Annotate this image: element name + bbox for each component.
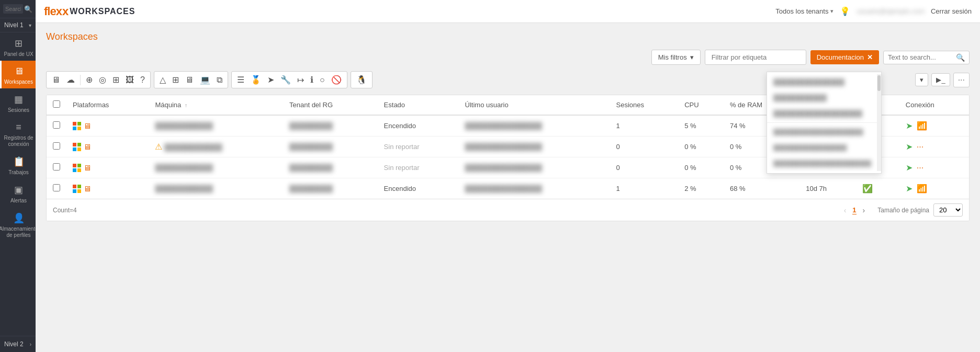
sidebar-item-panel-ux[interactable]: ⊞ Panel de UX (0, 32, 36, 61)
cell-cpu: 0 % (678, 137, 724, 157)
svg-rect-6 (73, 147, 76, 151)
dots-action-icon[interactable]: ··· (917, 163, 923, 173)
current-page[interactable]: 1 (852, 206, 856, 214)
check-circle-icon[interactable]: ✅ (862, 184, 873, 193)
cell-conexion: ➤ ··· (899, 157, 969, 178)
cerrar-sesion-button[interactable]: Cerrar sesión (931, 7, 972, 15)
sidebar-item-label: Almacenamiento de perfiles (0, 226, 36, 239)
remote-icon[interactable]: ⊕ (85, 74, 94, 86)
copy-icon[interactable]: ⧉ (216, 74, 223, 86)
ban-icon[interactable]: 🚫 (330, 74, 343, 86)
select-all-checkbox[interactable] (53, 100, 60, 108)
sidebar-item-alertas[interactable]: ▣ Alertas (0, 179, 36, 207)
image-icon[interactable]: 🖼 (125, 74, 135, 86)
arrow-action-icon[interactable]: ➤ (906, 163, 913, 173)
sidebar-item-label: Panel de UX (4, 51, 33, 58)
sort-up-icon: ↑ (185, 103, 187, 108)
documentacion-tag-close-icon[interactable]: ✕ (867, 53, 873, 61)
desktop-icon[interactable]: 🖥 (51, 74, 61, 86)
text-search-icon[interactable]: 🔍 (956, 53, 965, 62)
sidebar-item-label: Sesiones (8, 107, 29, 113)
monitor3-icon[interactable]: 💻 (199, 74, 211, 86)
target-icon[interactable]: ◎ (98, 74, 107, 86)
wifi-action-icon[interactable]: 📶 (917, 121, 927, 131)
terminal-btn[interactable]: ▶_ (931, 73, 950, 86)
cell-tenant: █████████ (283, 115, 378, 137)
panel-ux-icon: ⊞ (15, 38, 22, 49)
svg-rect-5 (77, 143, 81, 146)
content-area: Workspaces Mis filtros ▾ Documentacion ✕… (36, 23, 980, 352)
cell-usuario: ████████████████ (459, 115, 610, 137)
dropdown-btn-1[interactable]: ▾ (915, 73, 928, 86)
sidebar-nivel2[interactable]: Nivel 2 › (0, 336, 36, 352)
svg-rect-1 (77, 122, 81, 126)
sidebar-item-trabajos[interactable]: 📋 Trabajos (0, 151, 36, 179)
more-actions-button[interactable]: ··· (953, 73, 970, 87)
lightbulb-icon[interactable]: 💡 (840, 6, 850, 16)
tenant-selector[interactable]: Todos los tenants ▾ (775, 7, 833, 15)
arrow2-icon[interactable]: ↦ (296, 74, 305, 86)
arrow-action-icon[interactable]: ➤ (906, 121, 913, 131)
sidebar-item-label: Workspaces (4, 79, 33, 85)
prev-page-button[interactable]: ‹ (842, 205, 849, 215)
more-dots-icon: ··· (958, 75, 965, 85)
col-maquina[interactable]: Máquina ↑ (149, 95, 283, 115)
sidebar-item-workspaces[interactable]: 🖥 Workspaces (0, 61, 36, 88)
list-icon[interactable]: ☰ (236, 74, 245, 86)
grid-icon[interactable]: ⊞ (111, 74, 120, 86)
col-estado: Estado (378, 95, 459, 115)
sidebar-item-sesiones[interactable]: ▦ Sesiones (0, 88, 36, 117)
toolbar-separator-1 (80, 75, 81, 85)
arrow-action-icon[interactable]: ➤ (906, 184, 913, 194)
medal-icon[interactable]: 🏅 (250, 74, 262, 86)
windows-logo-icon[interactable]: ⊞ (171, 74, 180, 86)
svg-rect-9 (77, 164, 81, 167)
monitor2-icon[interactable]: 🖥 (184, 74, 195, 86)
row-checkbox[interactable] (53, 121, 60, 129)
dropdown-item-3[interactable]: ████████████████████ (767, 106, 881, 121)
next-page-button[interactable]: › (861, 205, 868, 215)
svg-rect-11 (77, 168, 81, 172)
col-cpu: CPU (678, 95, 724, 115)
dropdown-scrollbar-thumb (877, 75, 881, 91)
circle-check-icon[interactable]: ○ (319, 74, 326, 86)
text-search-input[interactable] (888, 53, 956, 61)
monitor-orange-icon: 🖥 (83, 184, 91, 193)
dropdown-item-2[interactable]: ████████████ (767, 90, 881, 106)
dropdown-item-5[interactable]: ██████████████████ (767, 140, 881, 155)
page-size-select[interactable]: 10 20 50 100 (933, 203, 963, 217)
row-checkbox[interactable] (53, 163, 60, 171)
arrow-icon[interactable]: ➤ (266, 74, 275, 86)
dropdown-item-1[interactable]: ████████████████ (767, 74, 881, 90)
row-checkbox[interactable] (53, 184, 60, 191)
sidebar-item-registros[interactable]: ≡ Registros de conexión (0, 117, 36, 151)
arrow-action-icon[interactable]: ➤ (906, 142, 913, 152)
wifi-action-icon[interactable]: 📶 (917, 184, 927, 194)
wrench-icon[interactable]: 🔧 (279, 74, 292, 86)
table-footer: Count=4 ‹ 1 › Tamaño de página 10 20 50 … (47, 199, 969, 221)
cell-tenant: █████████ (283, 157, 378, 178)
dropdown-divider (767, 122, 881, 123)
row-checkbox[interactable] (53, 142, 60, 150)
sidebar-nivel1[interactable]: Nivel 1 ▾ (0, 18, 36, 32)
col-conexion: Conexión (899, 95, 969, 115)
cell-conexion: ➤ 📶 (899, 115, 969, 137)
dropdown-item-4[interactable]: ██████████████████████ (767, 124, 881, 140)
linux-icon[interactable]: 🐧 (355, 74, 368, 86)
dropdown-scrollbar[interactable] (877, 74, 881, 171)
filtrar-etiqueta-input[interactable] (705, 50, 806, 65)
cell-usuario: ████████████████ (459, 137, 610, 157)
cloud-icon[interactable]: ☁ (65, 74, 76, 86)
search-button[interactable]: 🔍 (24, 5, 32, 13)
triangle-icon[interactable]: △ (159, 74, 167, 86)
dots-action-icon[interactable]: ··· (917, 142, 923, 152)
sesiones-icon: ▦ (14, 94, 23, 105)
nivel2-chevron-icon: › (30, 342, 31, 347)
search-input[interactable] (3, 4, 23, 14)
dropdown-item-6[interactable]: ████████████████████████ (767, 155, 881, 171)
mis-filtros-button[interactable]: Mis filtros ▾ (651, 50, 701, 65)
question-icon[interactable]: ? (139, 74, 146, 86)
info-icon[interactable]: ℹ (309, 74, 314, 86)
sidebar-item-almacenamiento[interactable]: 👤 Almacenamiento de perfiles (0, 207, 36, 242)
documentacion-tag[interactable]: Documentacion ✕ (810, 50, 879, 64)
